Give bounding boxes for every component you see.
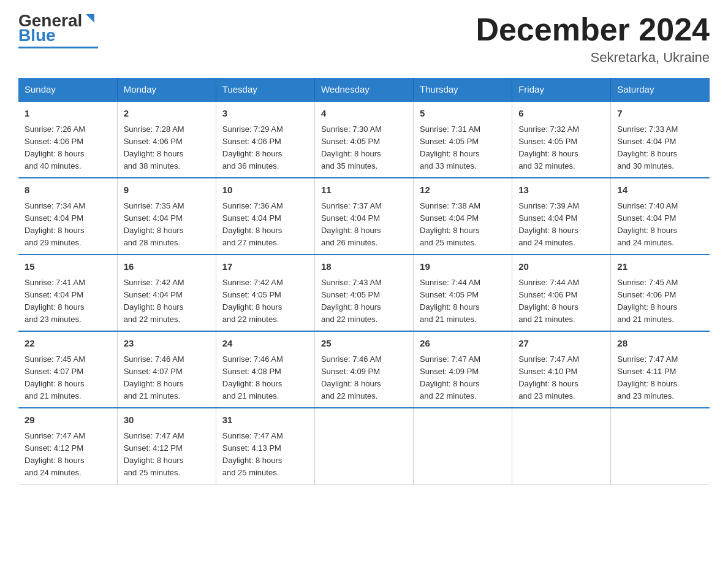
- header-wednesday: Wednesday: [314, 78, 413, 101]
- day-info: Sunrise: 7:44 AM Sunset: 4:05 PM Dayligh…: [420, 277, 506, 326]
- day-number: 24: [222, 337, 308, 351]
- table-row: 5 Sunrise: 7:31 AM Sunset: 4:05 PM Dayli…: [414, 101, 512, 178]
- day-number: 28: [617, 337, 703, 351]
- day-number: 10: [222, 183, 308, 197]
- table-row: [414, 408, 512, 484]
- day-number: 23: [124, 337, 210, 351]
- header-sunday: Sunday: [18, 78, 117, 101]
- header-friday: Friday: [512, 78, 611, 101]
- day-number: 15: [25, 260, 111, 274]
- day-number: 29: [25, 413, 111, 427]
- day-info: Sunrise: 7:47 AM Sunset: 4:13 PM Dayligh…: [222, 430, 308, 480]
- day-number: 6: [518, 107, 604, 121]
- calendar-week-row: 15 Sunrise: 7:41 AM Sunset: 4:04 PM Dayl…: [18, 255, 710, 331]
- table-row: 15 Sunrise: 7:41 AM Sunset: 4:04 PM Dayl…: [18, 255, 117, 331]
- table-row: 31 Sunrise: 7:47 AM Sunset: 4:13 PM Dayl…: [216, 408, 314, 484]
- day-info: Sunrise: 7:46 AM Sunset: 4:07 PM Dayligh…: [124, 353, 210, 403]
- day-number: 11: [321, 183, 407, 197]
- day-info: Sunrise: 7:43 AM Sunset: 4:05 PM Dayligh…: [321, 277, 407, 326]
- table-row: 22 Sunrise: 7:45 AM Sunset: 4:07 PM Dayl…: [18, 331, 117, 408]
- table-row: [512, 408, 611, 484]
- logo-blue-text: Blue: [18, 27, 56, 44]
- day-number: 4: [321, 107, 407, 121]
- title-area: December 2024 Sekretarka, Ukraine: [476, 12, 710, 66]
- calendar-week-row: 22 Sunrise: 7:45 AM Sunset: 4:07 PM Dayl…: [18, 331, 710, 408]
- day-info: Sunrise: 7:29 AM Sunset: 4:06 PM Dayligh…: [222, 123, 308, 173]
- day-number: 13: [518, 183, 604, 197]
- day-info: Sunrise: 7:45 AM Sunset: 4:07 PM Dayligh…: [25, 353, 111, 403]
- day-info: Sunrise: 7:47 AM Sunset: 4:12 PM Dayligh…: [25, 430, 111, 480]
- day-info: Sunrise: 7:46 AM Sunset: 4:08 PM Dayligh…: [222, 353, 308, 403]
- table-row: 17 Sunrise: 7:42 AM Sunset: 4:05 PM Dayl…: [216, 255, 314, 331]
- table-row: 11 Sunrise: 7:37 AM Sunset: 4:04 PM Dayl…: [314, 178, 413, 255]
- svg-marker-0: [86, 14, 94, 23]
- calendar-table: Sunday Monday Tuesday Wednesday Thursday…: [18, 78, 710, 484]
- table-row: 20 Sunrise: 7:44 AM Sunset: 4:06 PM Dayl…: [512, 255, 611, 331]
- table-row: 30 Sunrise: 7:47 AM Sunset: 4:12 PM Dayl…: [117, 408, 216, 484]
- day-number: 30: [124, 413, 210, 427]
- day-info: Sunrise: 7:39 AM Sunset: 4:04 PM Dayligh…: [518, 200, 604, 250]
- table-row: 1 Sunrise: 7:26 AM Sunset: 4:06 PM Dayli…: [18, 101, 117, 178]
- day-info: Sunrise: 7:30 AM Sunset: 4:05 PM Dayligh…: [321, 123, 407, 173]
- table-row: 16 Sunrise: 7:42 AM Sunset: 4:04 PM Dayl…: [117, 255, 216, 331]
- table-row: 4 Sunrise: 7:30 AM Sunset: 4:05 PM Dayli…: [314, 101, 413, 178]
- calendar-title: December 2024: [476, 12, 710, 47]
- header-thursday: Thursday: [414, 78, 512, 101]
- table-row: 27 Sunrise: 7:47 AM Sunset: 4:10 PM Dayl…: [512, 331, 611, 408]
- logo-triangle-icon: [83, 12, 97, 25]
- day-info: Sunrise: 7:26 AM Sunset: 4:06 PM Dayligh…: [25, 123, 111, 173]
- calendar-week-row: 8 Sunrise: 7:34 AM Sunset: 4:04 PM Dayli…: [18, 178, 710, 255]
- calendar-week-row: 1 Sunrise: 7:26 AM Sunset: 4:06 PM Dayli…: [18, 101, 710, 178]
- day-number: 1: [25, 107, 111, 121]
- table-row: 8 Sunrise: 7:34 AM Sunset: 4:04 PM Dayli…: [18, 178, 117, 255]
- day-number: 31: [222, 413, 308, 427]
- day-info: Sunrise: 7:35 AM Sunset: 4:04 PM Dayligh…: [124, 200, 210, 250]
- table-row: 29 Sunrise: 7:47 AM Sunset: 4:12 PM Dayl…: [18, 408, 117, 484]
- day-number: 20: [518, 260, 604, 274]
- day-number: 3: [222, 107, 308, 121]
- calendar-subtitle: Sekretarka, Ukraine: [476, 50, 710, 66]
- day-number: 21: [617, 260, 703, 274]
- table-row: 10 Sunrise: 7:36 AM Sunset: 4:04 PM Dayl…: [216, 178, 314, 255]
- header-saturday: Saturday: [611, 78, 710, 101]
- day-info: Sunrise: 7:34 AM Sunset: 4:04 PM Dayligh…: [25, 200, 111, 250]
- day-info: Sunrise: 7:42 AM Sunset: 4:04 PM Dayligh…: [124, 277, 210, 326]
- table-row: 26 Sunrise: 7:47 AM Sunset: 4:09 PM Dayl…: [414, 331, 512, 408]
- day-number: 7: [617, 107, 703, 121]
- table-row: 9 Sunrise: 7:35 AM Sunset: 4:04 PM Dayli…: [117, 178, 216, 255]
- table-row: 6 Sunrise: 7:32 AM Sunset: 4:05 PM Dayli…: [512, 101, 611, 178]
- logo-underline: [18, 47, 98, 48]
- day-number: 8: [25, 183, 111, 197]
- header-tuesday: Tuesday: [216, 78, 314, 101]
- day-number: 22: [25, 337, 111, 351]
- day-info: Sunrise: 7:38 AM Sunset: 4:04 PM Dayligh…: [420, 200, 506, 250]
- table-row: 13 Sunrise: 7:39 AM Sunset: 4:04 PM Dayl…: [512, 178, 611, 255]
- table-row: 28 Sunrise: 7:47 AM Sunset: 4:11 PM Dayl…: [611, 331, 710, 408]
- table-row: 12 Sunrise: 7:38 AM Sunset: 4:04 PM Dayl…: [414, 178, 512, 255]
- table-row: 14 Sunrise: 7:40 AM Sunset: 4:04 PM Dayl…: [611, 178, 710, 255]
- day-info: Sunrise: 7:40 AM Sunset: 4:04 PM Dayligh…: [617, 200, 703, 250]
- day-number: 14: [617, 183, 703, 197]
- day-number: 19: [420, 260, 506, 274]
- header-monday: Monday: [117, 78, 216, 101]
- day-info: Sunrise: 7:37 AM Sunset: 4:04 PM Dayligh…: [321, 200, 407, 250]
- day-info: Sunrise: 7:46 AM Sunset: 4:09 PM Dayligh…: [321, 353, 407, 403]
- day-number: 5: [420, 107, 506, 121]
- page-header: General Blue December 2024 Sekretarka, U…: [18, 12, 710, 66]
- table-row: [611, 408, 710, 484]
- day-number: 25: [321, 337, 407, 351]
- day-info: Sunrise: 7:33 AM Sunset: 4:04 PM Dayligh…: [617, 123, 703, 173]
- day-info: Sunrise: 7:47 AM Sunset: 4:10 PM Dayligh…: [518, 353, 604, 403]
- day-info: Sunrise: 7:41 AM Sunset: 4:04 PM Dayligh…: [25, 277, 111, 326]
- day-number: 17: [222, 260, 308, 274]
- logo: General Blue: [18, 12, 98, 48]
- table-row: 24 Sunrise: 7:46 AM Sunset: 4:08 PM Dayl…: [216, 331, 314, 408]
- day-info: Sunrise: 7:28 AM Sunset: 4:06 PM Dayligh…: [124, 123, 210, 173]
- table-row: 25 Sunrise: 7:46 AM Sunset: 4:09 PM Dayl…: [314, 331, 413, 408]
- day-number: 12: [420, 183, 506, 197]
- day-info: Sunrise: 7:44 AM Sunset: 4:06 PM Dayligh…: [518, 277, 604, 326]
- table-row: 7 Sunrise: 7:33 AM Sunset: 4:04 PM Dayli…: [611, 101, 710, 178]
- table-row: 23 Sunrise: 7:46 AM Sunset: 4:07 PM Dayl…: [117, 331, 216, 408]
- table-row: 21 Sunrise: 7:45 AM Sunset: 4:06 PM Dayl…: [611, 255, 710, 331]
- day-info: Sunrise: 7:47 AM Sunset: 4:11 PM Dayligh…: [617, 353, 703, 403]
